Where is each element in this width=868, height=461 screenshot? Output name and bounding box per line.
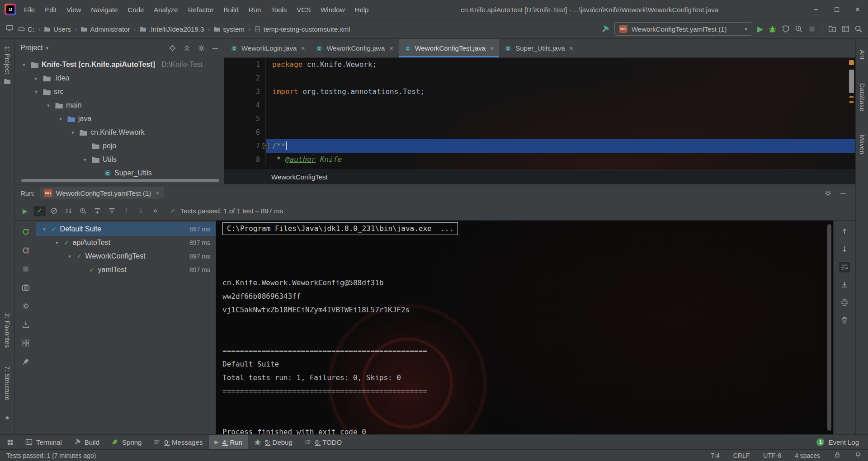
menu-analyze[interactable]: Analyze <box>149 0 183 19</box>
hide-panel-icon[interactable]: — <box>212 45 218 51</box>
test-runner-settings-button[interactable] <box>19 300 32 312</box>
tree-expand-icon[interactable]: ▾ <box>33 89 40 95</box>
toolwindow-button-6-todo[interactable]: 6: TODO <box>299 435 347 449</box>
toolwindow-button-terminal[interactable]: Terminal <box>20 435 67 449</box>
search-everywhere-icon[interactable] <box>854 25 863 33</box>
breadcrumb-item-c[interactable]: C: <box>17 24 35 34</box>
project-item-utils[interactable]: ▾Utils <box>15 153 224 166</box>
menu-navigate[interactable]: Navigate <box>86 0 123 19</box>
editor-breadcrumb[interactable]: WeworkConfigTest <box>271 173 328 181</box>
breadcrumb-item-users[interactable]: Users <box>43 24 72 34</box>
down-stack-trace-button[interactable]: ↓ <box>838 244 851 255</box>
toolwindow-switcher-button[interactable] <box>4 435 16 449</box>
tree-expand-icon[interactable]: ▾ <box>20 62 28 68</box>
breadcrumb-item-temp-testng-customsuite-xml[interactable]: </>temp-testng-customsuite.xml <box>253 24 351 34</box>
editor-layout-icon[interactable] <box>841 25 849 33</box>
show-passed-toggle[interactable]: ✓ <box>33 205 46 217</box>
toolwindow-stripe-button-2-favorites[interactable]: 2: Favorites <box>4 310 11 352</box>
collapse-all-button[interactable] <box>105 205 118 217</box>
close-button[interactable]: × <box>847 0 868 19</box>
toolwindow-stripe-button-ant[interactable]: Ant <box>859 46 866 63</box>
menu-code[interactable]: Code <box>123 0 149 19</box>
rerun-tests-button[interactable] <box>19 226 32 238</box>
toolwindow-stripe-button-maven[interactable]: Maven <box>859 131 866 158</box>
warning-stripe-mark[interactable] <box>849 96 854 98</box>
fold-marker-icon[interactable]: − <box>263 143 269 149</box>
menu-view[interactable]: View <box>61 0 86 19</box>
up-stack-trace-button[interactable]: ↑ <box>838 226 851 238</box>
console-scrollbar[interactable] <box>827 224 831 431</box>
tree-expand-icon[interactable]: ▾ <box>66 254 73 259</box>
tree-expand-icon[interactable]: ▾ <box>53 240 61 246</box>
breadcrumb-item-intellijidea2019-3[interactable]: .IntelliJIdea2019.3 <box>139 24 205 34</box>
soft-wrap-toggle[interactable] <box>838 261 851 273</box>
more-options-button[interactable]: » <box>149 205 162 217</box>
expand-all-button[interactable] <box>91 205 104 217</box>
tree-expand-icon[interactable]: ▾ <box>57 116 64 122</box>
menu-help[interactable]: Help <box>350 0 374 19</box>
run-configuration-selector[interactable]: NGWeworkConfigTest.yamlTest (1)▾ <box>614 22 752 36</box>
tree-expand-icon[interactable]: ▾ <box>45 103 52 108</box>
project-item-src[interactable]: ▾src <box>15 85 224 99</box>
menu-refactor[interactable]: Refactor <box>183 0 219 19</box>
code-line-8[interactable]: 8 * @author Knife <box>224 153 855 166</box>
toolwindow-button-4-run[interactable]: ▶4: Run <box>209 435 247 449</box>
toolwindow-button-0-messages[interactable]: 0: Messages <box>148 435 208 449</box>
toolwindow-button-5-debug[interactable]: 5: Debug <box>249 435 298 449</box>
sort-by-duration-button[interactable] <box>76 205 90 217</box>
test-node-yamltest[interactable]: ✓yamlTest897 ms <box>36 263 216 277</box>
restore-layout-button[interactable] <box>19 337 32 349</box>
scroll-to-end-button[interactable] <box>838 279 851 291</box>
editor-tab-weworkconfigtest-java[interactable]: CWeworkConfigTest.java× <box>399 39 500 57</box>
code-line-2[interactable]: 2 <box>224 71 855 85</box>
toolwindow-stripe-button-7-structure[interactable]: 7: Structure <box>4 362 11 404</box>
tab-close-icon[interactable]: × <box>389 45 393 52</box>
project-panel-title[interactable]: Project <box>20 44 43 52</box>
code-line-1[interactable]: 1package cn.Knife.Wework; <box>224 58 855 71</box>
inspection-indicator-icon[interactable] <box>849 60 854 65</box>
project-view-dropdown-icon[interactable]: ▾ <box>46 45 49 51</box>
previous-failed-test-button[interactable]: ↑ <box>120 205 133 217</box>
breadcrumb-item-administrator[interactable]: Administrator <box>80 24 131 34</box>
toolwindow-stripe-button-1-project[interactable]: 1: Project <box>4 42 11 78</box>
menu-build[interactable]: Build <box>218 0 243 19</box>
clear-all-button[interactable] <box>838 314 851 326</box>
editor-scrollbar[interactable] <box>848 58 855 169</box>
warning-stripe-mark[interactable] <box>849 101 854 103</box>
editor-tab-weworkconfig-java[interactable]: CWeworkConfig.java× <box>310 39 398 57</box>
open-folder-icon[interactable] <box>828 25 836 33</box>
test-node-apiautotest[interactable]: ▾✓apiAutoTest897 ms <box>36 236 216 249</box>
tree-expand-icon[interactable]: ▾ <box>41 226 48 232</box>
line-separator[interactable]: CRLF <box>733 452 750 459</box>
file-encoding[interactable]: UTF-8 <box>763 452 781 459</box>
pin-tab-button[interactable] <box>19 356 32 367</box>
project-item-idea[interactable]: ▸.idea <box>15 71 224 85</box>
tree-expand-icon[interactable]: ▾ <box>81 157 89 163</box>
lock-icon[interactable] <box>834 451 841 458</box>
run-button[interactable]: ▶ <box>757 25 763 33</box>
caret-position[interactable]: 7:4 <box>711 452 719 459</box>
minimize-button[interactable]: – <box>806 0 826 19</box>
menu-window[interactable]: Window <box>316 0 349 19</box>
project-root-row[interactable]: ▾Knife-Test [cn.Knife.apiAutoTest]D:\Kni… <box>15 58 224 71</box>
tab-close-icon[interactable]: × <box>569 45 573 52</box>
rerun-button[interactable]: ▶ <box>19 205 32 217</box>
indent-style[interactable]: 4 spaces <box>795 452 820 459</box>
event-log-button[interactable]: 1Event Log <box>811 435 864 449</box>
build-hammer-icon[interactable] <box>601 25 609 33</box>
toolwindow-stripe-button-database[interactable]: Database <box>859 80 866 115</box>
tab-close-icon[interactable]: × <box>301 45 305 52</box>
tree-expand-icon[interactable]: ▾ <box>69 130 76 136</box>
menu-edit[interactable]: Edit <box>40 0 61 19</box>
console-command-line[interactable]: C:\Program Files\Java\jdk1.8.0_231\bin\j… <box>222 222 458 235</box>
status-message[interactable]: Tests passed: 1 (7 minutes ago) <box>6 452 697 459</box>
collapse-all-icon[interactable] <box>183 44 191 52</box>
project-item-main[interactable]: ▾main <box>15 99 224 112</box>
test-node-default-suite[interactable]: ▾✓Default Suite897 ms <box>36 222 216 236</box>
editor-tab-weworklogin-java[interactable]: CWeworkLogin.java× <box>225 39 310 57</box>
project-item-super-utils[interactable]: CSuper_Utils <box>15 166 224 180</box>
thread-dump-button[interactable] <box>19 282 32 293</box>
stop-process-button[interactable] <box>19 263 32 275</box>
coverage-button[interactable] <box>782 25 790 33</box>
settings-gear-icon[interactable] <box>198 44 205 52</box>
